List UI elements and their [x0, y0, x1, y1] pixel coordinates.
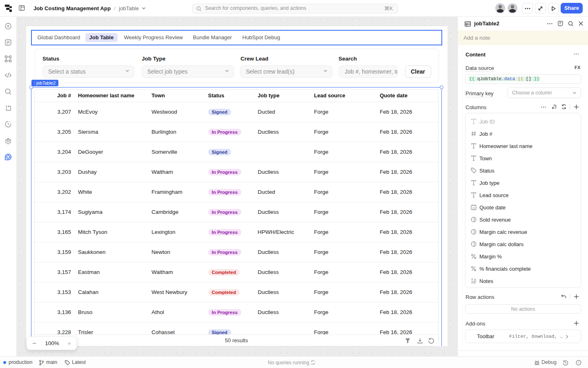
svg-text:?: ?	[578, 361, 580, 365]
svg-text:12: 12	[472, 206, 475, 209]
